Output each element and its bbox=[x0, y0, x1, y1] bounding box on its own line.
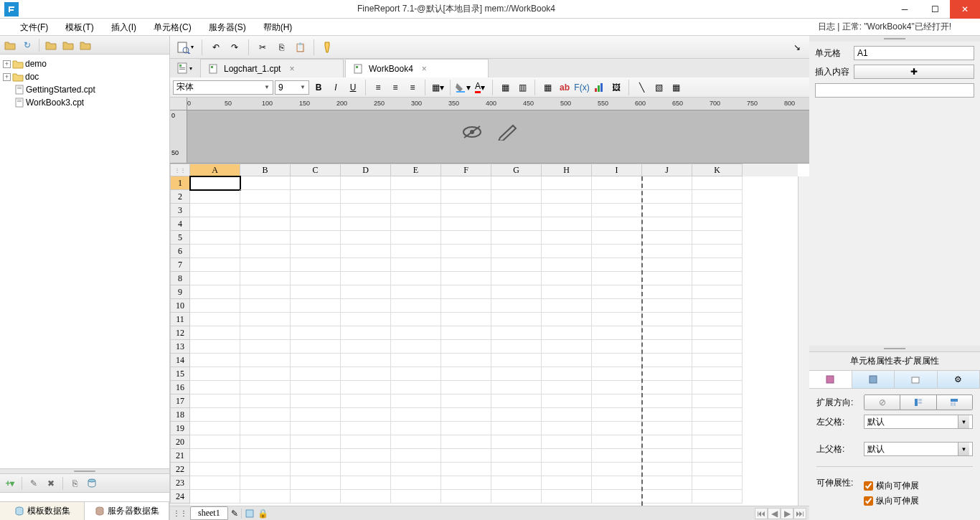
cell[interactable] bbox=[190, 435, 240, 449]
cell[interactable] bbox=[642, 340, 692, 354]
cell[interactable] bbox=[491, 381, 542, 394]
cell[interactable] bbox=[391, 204, 441, 217]
column-header[interactable]: D bbox=[341, 164, 391, 176]
cell[interactable] bbox=[592, 245, 642, 258]
cell[interactable] bbox=[642, 313, 692, 326]
cell[interactable] bbox=[190, 272, 240, 285]
row-header[interactable]: 21 bbox=[170, 449, 190, 463]
cell[interactable] bbox=[391, 449, 441, 463]
cell[interactable] bbox=[190, 313, 240, 326]
row-header[interactable]: 6 bbox=[170, 245, 190, 258]
document-tab[interactable]: WorkBook4× bbox=[345, 59, 489, 77]
expand-right-button[interactable] bbox=[937, 395, 972, 410]
font-family-select[interactable]: 宋体▼ bbox=[173, 80, 273, 95]
cell[interactable] bbox=[692, 490, 743, 504]
row-header[interactable]: 24 bbox=[170, 490, 190, 504]
cell[interactable] bbox=[542, 258, 592, 272]
cell[interactable] bbox=[491, 272, 542, 285]
row-header[interactable]: 20 bbox=[170, 435, 190, 449]
cell[interactable] bbox=[441, 326, 491, 340]
cell[interactable] bbox=[391, 422, 441, 435]
cell[interactable] bbox=[341, 204, 391, 217]
italic-icon[interactable]: I bbox=[328, 80, 344, 95]
cell[interactable] bbox=[692, 299, 743, 313]
edit-pen-icon[interactable] bbox=[497, 123, 519, 141]
row-header[interactable]: 17 bbox=[170, 394, 190, 408]
cell[interactable] bbox=[441, 176, 491, 190]
cell[interactable] bbox=[692, 176, 743, 190]
cell[interactable] bbox=[692, 354, 743, 367]
db-icon[interactable] bbox=[86, 478, 98, 489]
cell[interactable] bbox=[190, 354, 240, 367]
sheet-first-icon[interactable]: ⏮ bbox=[755, 508, 768, 519]
fill-color-icon[interactable]: ▾ bbox=[455, 80, 471, 95]
cell[interactable] bbox=[240, 408, 291, 422]
cell[interactable] bbox=[642, 326, 692, 340]
cell[interactable] bbox=[190, 190, 240, 204]
cell[interactable] bbox=[341, 449, 391, 463]
cell[interactable] bbox=[692, 340, 743, 354]
hide-icon[interactable] bbox=[461, 123, 483, 141]
cell[interactable] bbox=[592, 285, 642, 299]
minimize-button[interactable]: ─ bbox=[890, 0, 920, 19]
folder2-icon[interactable] bbox=[62, 39, 74, 51]
cell[interactable] bbox=[642, 490, 692, 504]
cells-area[interactable] bbox=[190, 176, 798, 506]
cell[interactable] bbox=[291, 381, 341, 394]
cell[interactable] bbox=[441, 476, 491, 490]
cell[interactable] bbox=[391, 476, 441, 490]
cell[interactable] bbox=[592, 422, 642, 435]
cell[interactable] bbox=[240, 354, 291, 367]
cell[interactable] bbox=[240, 217, 291, 231]
cell[interactable] bbox=[542, 326, 592, 340]
cell[interactable] bbox=[491, 299, 542, 313]
cell[interactable] bbox=[291, 299, 341, 313]
menu-item[interactable]: 服务器(S) bbox=[200, 19, 255, 36]
open-folder-icon[interactable] bbox=[4, 39, 16, 51]
row-header[interactable]: 7 bbox=[170, 258, 190, 272]
expand-down-button[interactable] bbox=[900, 395, 936, 410]
cell[interactable] bbox=[341, 313, 391, 326]
cell[interactable] bbox=[592, 326, 642, 340]
cell[interactable] bbox=[240, 258, 291, 272]
cell[interactable] bbox=[190, 463, 240, 476]
cell[interactable] bbox=[642, 245, 692, 258]
cell[interactable] bbox=[441, 231, 491, 245]
cell[interactable] bbox=[542, 435, 592, 449]
cell[interactable] bbox=[291, 190, 341, 204]
cell[interactable] bbox=[341, 367, 391, 381]
panel-splitter[interactable] bbox=[0, 468, 169, 474]
tab-style[interactable] bbox=[852, 371, 895, 388]
undo-icon[interactable]: ↶ bbox=[208, 39, 224, 55]
cell[interactable] bbox=[341, 217, 391, 231]
cell[interactable] bbox=[291, 340, 341, 354]
cell[interactable] bbox=[190, 299, 240, 313]
cell[interactable] bbox=[240, 422, 291, 435]
cell[interactable] bbox=[642, 272, 692, 285]
column-header[interactable]: E bbox=[391, 164, 441, 176]
bias-icon[interactable]: ▧ bbox=[651, 80, 666, 95]
cell[interactable] bbox=[441, 299, 491, 313]
row-header[interactable]: 4 bbox=[170, 217, 190, 231]
cell[interactable] bbox=[642, 285, 692, 299]
cell[interactable] bbox=[642, 408, 692, 422]
cell[interactable] bbox=[542, 217, 592, 231]
cell[interactable] bbox=[391, 463, 441, 476]
cell[interactable] bbox=[190, 326, 240, 340]
stretch-h-checkbox[interactable] bbox=[864, 481, 873, 491]
preview-icon[interactable]: ▾ bbox=[174, 39, 196, 55]
cell[interactable] bbox=[441, 313, 491, 326]
font-color-icon[interactable]: A▾ bbox=[472, 80, 488, 95]
cell[interactable] bbox=[190, 340, 240, 354]
cell[interactable] bbox=[240, 326, 291, 340]
cell[interactable] bbox=[642, 476, 692, 490]
cell[interactable] bbox=[491, 463, 542, 476]
cell[interactable] bbox=[190, 285, 240, 299]
cell[interactable] bbox=[190, 381, 240, 394]
cell[interactable] bbox=[491, 217, 542, 231]
cell[interactable] bbox=[341, 381, 391, 394]
row-header[interactable]: 13 bbox=[170, 340, 190, 354]
cell[interactable] bbox=[441, 258, 491, 272]
cell[interactable] bbox=[291, 204, 341, 217]
cell[interactable] bbox=[391, 313, 441, 326]
